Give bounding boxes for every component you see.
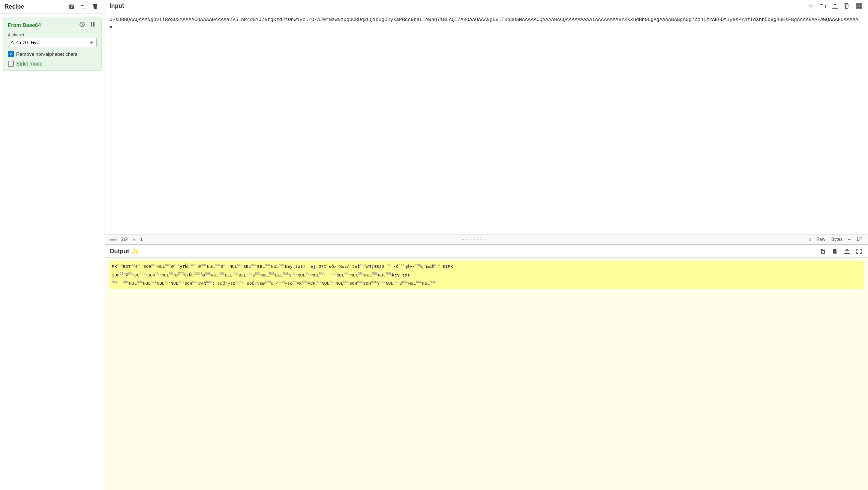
alphabet-group: Alphabet A-Za-z0-9+/= [8,33,97,47]
output-header: Output ✨ [105,245,868,258]
char-count-icon: ≡≡≡ [109,237,117,242]
magic-wand-icon[interactable]: ✨ [132,248,138,254]
trash-icon [93,4,99,10]
left-panel: Recipe From Base64 [0,0,105,490]
output-icons [819,248,864,255]
pause-icon [90,21,96,27]
open-folder-button[interactable] [79,3,88,10]
add-input-button[interactable] [807,2,816,10]
bytes-button[interactable]: Bytes [830,236,844,243]
char-count: 264 [121,237,129,242]
pause-step-button[interactable] [88,21,97,29]
recipe-header: Recipe [0,0,105,14]
folder-open-icon [820,3,826,9]
input-content[interactable]: UEsDBBQAAQAAANgDvlTRoSUSMAAAACQAAAAHAAAA… [105,12,868,234]
copy-icon [832,248,838,254]
output-line-1: PKETXEOTDC4NULSOHNULNULNULØETXÿTN̈;%DC2Ø… [112,262,861,271]
output-line-3: NUL NULNULNULNULNULNULNULNULNULSOHNULCAN… [112,279,861,288]
copy-output-button[interactable] [831,248,840,255]
raw-button[interactable]: Raw [815,236,827,243]
fullscreen-icon [856,248,862,254]
grid-input-button[interactable] [855,2,864,10]
save-button[interactable] [67,3,76,10]
card-header: From Base64 [8,21,97,29]
fullscreen-output-button[interactable] [855,248,864,255]
grid-icon [856,3,862,9]
plus-icon [808,3,814,9]
strict-mode-label: Strict mode [16,61,43,67]
card-actions [78,21,97,29]
right-panel: Input [105,0,868,490]
status-left: ≡≡≡ 264 ≡ 1 [109,237,142,242]
tr-icon: Tr [808,237,812,242]
input-icons [807,2,864,10]
delete-input-button[interactable] [843,2,852,10]
output-content[interactable]: PKETXEOTDC4NULSOHNULNULNULØETXÿTN̈;%DC2Ø… [105,258,868,490]
input-header: Input [105,0,868,12]
disable-step-button[interactable] [78,21,86,29]
input-section: Input [105,0,868,245]
line-count-icon: ≡ [133,237,135,242]
output-title: Output [109,248,129,255]
recipe-header-icons [67,3,100,10]
import-input-button[interactable] [831,2,840,10]
line-count: 1 [140,237,143,242]
remove-nonalpha-checkbox[interactable] [8,51,14,57]
output-binary-block: PKETXEOTDC4NULSOHNULNULNULØETXÿTN̈;%DC2Ø… [109,261,864,289]
open-input-button[interactable] [819,2,828,10]
status-right: Tr Raw Bytes ← LF [808,236,864,243]
export-icon [844,248,850,254]
import-icon [832,3,838,9]
strict-mode-checkbox[interactable] [8,61,14,67]
svg-rect-2 [91,22,92,27]
alphabet-label: Alphabet [8,33,97,37]
input-title: Input [109,3,124,9]
save-output-icon [820,248,826,254]
lf-button[interactable]: LF [855,236,864,243]
remove-nonalpha-row: Remove non-alphabet chars [8,51,97,57]
recipe-title: Recipe [4,3,24,10]
output-line-2: SOHSTXÿNULDC4NULSOHNULNULNULØETXÿTN̈;%DC… [112,271,861,279]
card-title: From Base64 [8,22,41,28]
export-output-button[interactable] [843,248,852,255]
strict-mode-row: Strict mode [8,61,97,67]
status-dots: ········· [463,236,488,243]
output-title-group: Output ✨ [109,248,138,255]
delete-recipe-button[interactable] [91,3,100,10]
folder-icon [81,4,87,10]
save-icon [69,4,75,10]
alphabet-select[interactable]: A-Za-z0-9+/= [8,38,97,47]
save-output-button[interactable] [819,248,828,255]
input-text: UEsDBBQAAQAAANgDvlTRoSUSMAAAACQAAAAHAAAA… [109,17,861,30]
svg-line-1 [81,23,84,26]
from-base64-card: From Base64 Alphabet [3,17,102,71]
disable-icon [79,21,85,27]
output-section: Output ✨ [105,245,868,490]
status-bar: ≡≡≡ 264 ≡ 1 ········· Tr Raw Bytes ← LF [105,234,868,245]
svg-rect-3 [93,22,94,27]
trash-input-icon [844,3,850,9]
remove-nonalpha-label: Remove non-alphabet chars [16,51,77,57]
arrow-icon: ← [847,236,852,242]
